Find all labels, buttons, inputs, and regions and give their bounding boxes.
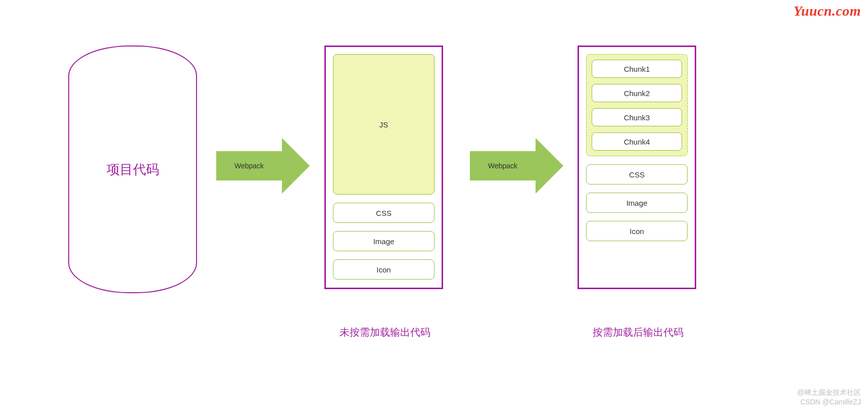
image-block: Image (333, 231, 435, 251)
output-box-optimized: Chunk1 Chunk2 Chunk3 Chunk4 CSS Image Ic… (577, 45, 696, 289)
watermark-line1: @稀土掘金技术社区 (797, 388, 861, 397)
image-label: Image (373, 237, 395, 246)
chunk-label: Chunk2 (624, 89, 650, 98)
arrow-shaft: Webpack (216, 151, 282, 180)
caption-unoptimized: 未按需加载输出代码 (309, 326, 461, 339)
chunks-group: Chunk1 Chunk2 Chunk3 Chunk4 (586, 54, 688, 156)
arrow-head-icon (536, 138, 563, 194)
arrow-label: Webpack (488, 162, 517, 170)
caption-optimized: 按需加载后输出代码 (562, 326, 714, 339)
chunk-label: Chunk3 (624, 113, 650, 122)
chunk-block: Chunk3 (592, 108, 682, 126)
arrow-head-icon (282, 138, 310, 194)
chunk-block: Chunk2 (592, 84, 682, 102)
arrow-webpack-2: Webpack (470, 138, 563, 194)
output-box-unoptimized: JS CSS Image Icon (324, 45, 443, 289)
image-label: Image (626, 199, 648, 207)
image-block: Image (586, 193, 688, 213)
js-label: JS (379, 120, 389, 129)
icon-block: Icon (586, 221, 688, 241)
watermark-top: Yuucn.com (794, 3, 861, 19)
icon-block: Icon (333, 259, 435, 280)
chunk-block: Chunk4 (592, 132, 682, 151)
watermark-line2: CSDN @CamilleZJ (797, 397, 861, 407)
chunk-label: Chunk4 (624, 138, 650, 146)
css-label: CSS (629, 170, 645, 179)
css-block: CSS (586, 164, 688, 185)
css-label: CSS (376, 209, 392, 217)
js-bundle-block: JS (333, 54, 435, 195)
watermark-bottom: @稀土掘金技术社区 CSDN @CamilleZJ (797, 388, 861, 407)
arrow-webpack-1: Webpack (216, 138, 310, 194)
css-block: CSS (333, 203, 435, 223)
chunk-block: Chunk1 (592, 60, 682, 78)
project-code-label: 项目代码 (107, 161, 159, 178)
icon-label: Icon (376, 265, 391, 274)
chunk-label: Chunk1 (624, 65, 650, 73)
icon-label: Icon (630, 227, 644, 236)
arrow-label: Webpack (234, 162, 264, 170)
project-code-shape: 项目代码 (68, 45, 197, 293)
diagram-canvas: 项目代码 Webpack JS CSS Image Icon 未按需加载输出代码… (0, 0, 868, 411)
arrow-shaft: Webpack (470, 151, 536, 180)
